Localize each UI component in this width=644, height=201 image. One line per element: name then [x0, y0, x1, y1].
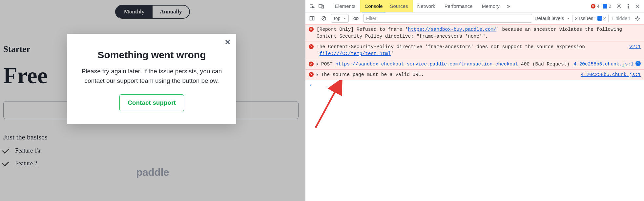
- error-icon: ✕: [309, 44, 314, 49]
- source-link[interactable]: 4.20c258b5.chunk.js:1: [573, 61, 634, 68]
- context-value: top: [334, 16, 340, 21]
- log-entry-error[interactable]: ✕ v2:1 The Content-Security-Policy direc…: [305, 42, 644, 59]
- log-entry-error[interactable]: ✕ [Report Only] Refused to frame 'https:…: [305, 24, 644, 42]
- log-levels-selector[interactable]: Default levels: [535, 15, 570, 21]
- info-square-icon: …: [603, 4, 607, 9]
- inspect-icon[interactable]: [307, 2, 317, 11]
- expand-caret-icon[interactable]: [317, 73, 320, 76]
- modal-title: Something went wrong: [80, 49, 223, 61]
- live-expression-icon[interactable]: [351, 14, 361, 23]
- log-text: The source page must be a valid URL.: [321, 72, 424, 77]
- svg-point-3: [618, 5, 620, 7]
- source-link[interactable]: 4.20c258b5.chunk.js:1: [581, 71, 641, 78]
- error-icon: ✕: [309, 62, 314, 66]
- kebab-icon[interactable]: [624, 2, 633, 11]
- divider: [572, 15, 572, 22]
- clear-console-icon[interactable]: [319, 14, 328, 23]
- tab-performance[interactable]: Performance: [440, 0, 477, 12]
- info-badge[interactable]: … 2: [603, 4, 611, 9]
- devtools-tabbar: Elements Console Sources Network Perform…: [305, 0, 644, 12]
- svg-point-4: [628, 4, 629, 5]
- sidebar-toggle-icon[interactable]: [307, 14, 317, 23]
- tabs-overflow-icon[interactable]: »: [504, 0, 513, 12]
- tab-memory[interactable]: Memory: [477, 0, 504, 12]
- error-badge[interactable]: ✕ 4: [591, 4, 599, 9]
- modal-body: Please try again later. If the issue per…: [80, 66, 223, 86]
- info-count: 2: [609, 4, 611, 9]
- error-dot-icon: ✕: [591, 4, 595, 9]
- issues-count: 2: [603, 16, 606, 21]
- log-method: POST: [321, 62, 333, 67]
- console-log: ✕ [Report Only] Refused to frame 'https:…: [305, 24, 644, 87]
- divider: [608, 15, 609, 22]
- log-text: ': [391, 51, 394, 56]
- close-devtools-icon[interactable]: [633, 2, 642, 11]
- expand-caret-icon[interactable]: [317, 63, 320, 66]
- devtools-panel: Elements Console Sources Network Perform…: [305, 0, 644, 201]
- info-square-icon: …: [597, 16, 602, 21]
- contact-support-button[interactable]: Contact support: [119, 94, 184, 111]
- tab-network[interactable]: Network: [413, 0, 440, 12]
- issues-label[interactable]: 2 Issues:: [575, 15, 595, 21]
- log-link[interactable]: file:///C:/temp/test.html: [320, 51, 391, 56]
- error-icon: ✕: [309, 27, 314, 32]
- tab-elements[interactable]: Elements: [330, 0, 360, 12]
- svg-point-12: [637, 17, 638, 19]
- console-settings-icon[interactable]: [633, 14, 642, 23]
- log-link[interactable]: https://sandbox-checkout-service.paddle.…: [336, 62, 518, 67]
- error-icon: ✕: [309, 72, 314, 77]
- device-toggle-icon[interactable]: [317, 2, 326, 11]
- tab-console[interactable]: Console: [360, 0, 387, 12]
- log-entry-error[interactable]: ✕ i 4.20c258b5.chunk.js:1 POST https://s…: [305, 59, 644, 70]
- info-badge-icon[interactable]: i: [635, 61, 641, 66]
- svg-rect-2: [322, 5, 323, 8]
- svg-point-6: [628, 7, 629, 8]
- gear-icon[interactable]: [614, 2, 624, 11]
- close-icon[interactable]: ×: [225, 37, 230, 47]
- context-selector[interactable]: top: [331, 14, 349, 23]
- issues-count-badge[interactable]: … 2: [597, 16, 606, 21]
- log-entry-error[interactable]: ✕ 4.20c258b5.chunk.js:1 The source page …: [305, 70, 644, 80]
- source-link[interactable]: v2:1: [629, 44, 641, 50]
- filter-placeholder: Filter: [366, 16, 376, 21]
- svg-rect-7: [310, 16, 314, 20]
- console-prompt[interactable]: ›: [305, 80, 644, 87]
- log-text: 400 (Bad Request): [518, 62, 570, 67]
- paddle-logo: paddle: [136, 166, 169, 178]
- error-modal: × Something went wrong Please try again …: [67, 34, 236, 124]
- hidden-count: 1 hidden: [611, 15, 630, 21]
- log-text: [Report Only] Refused to frame ': [317, 27, 408, 32]
- console-toolbar: top Filter Default levels 2 Issues: … 2 …: [305, 12, 644, 24]
- svg-line-10: [322, 17, 325, 20]
- tab-sources[interactable]: Sources: [387, 0, 413, 12]
- svg-point-11: [355, 17, 357, 19]
- svg-point-5: [628, 6, 629, 7]
- log-link[interactable]: https://sandbox-buy.paddle.com/: [408, 27, 496, 32]
- error-count: 4: [597, 4, 599, 9]
- webpage-pane: Monthly Annually Starter Free Just the b…: [0, 0, 305, 201]
- filter-input[interactable]: Filter: [363, 14, 532, 23]
